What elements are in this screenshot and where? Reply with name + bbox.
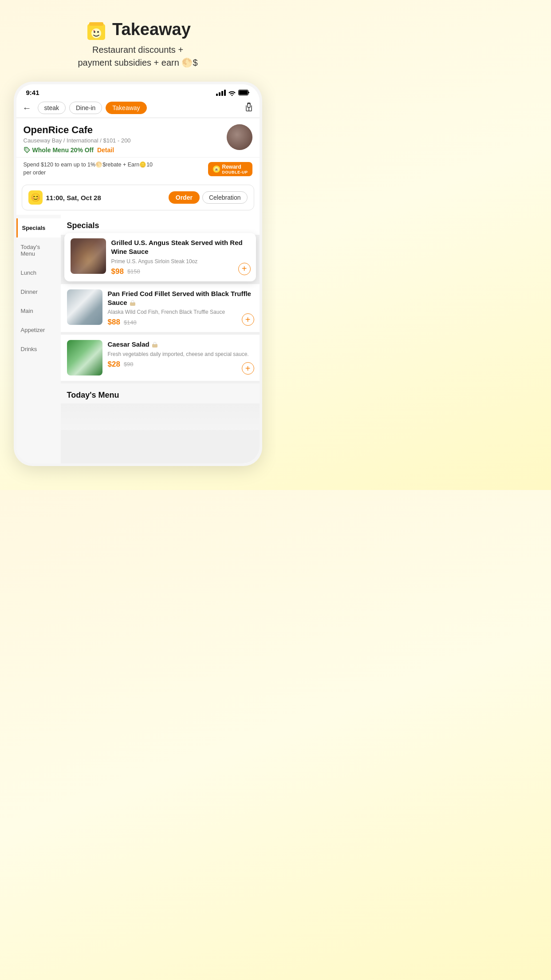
cod-original-price: $148 bbox=[124, 319, 137, 326]
restaurant-name: OpenRice Cafe bbox=[24, 124, 222, 136]
svg-text:R: R bbox=[215, 168, 217, 171]
chef-icon-2 bbox=[151, 341, 158, 348]
tag-icon bbox=[24, 146, 31, 154]
share-button[interactable] bbox=[244, 102, 253, 114]
nav-tabs: ← steak Dine-in Takeaway bbox=[16, 98, 260, 118]
reward-badge: R Reward DOUBLE-UP bbox=[208, 162, 252, 176]
svg-point-2 bbox=[91, 28, 101, 38]
menu-item-steak: Grilled U.S. Angus Steak Served with Red… bbox=[64, 233, 256, 281]
status-icons bbox=[216, 90, 250, 96]
cod-price: $88 bbox=[108, 318, 120, 327]
order-button[interactable]: Order bbox=[169, 191, 200, 204]
order-datetime: 11:00, Sat, Oct 28 bbox=[46, 194, 101, 202]
chef-icon bbox=[129, 300, 136, 307]
reward-sublabel: DOUBLE-UP bbox=[222, 170, 248, 174]
status-bar: 9:41 bbox=[16, 84, 260, 98]
salad-info: Caesar Salad Fresh vegetables daily impo… bbox=[108, 340, 253, 368]
svg-rect-14 bbox=[131, 300, 134, 303]
app-title-row: Takeaway bbox=[85, 18, 191, 41]
phone-frame: 9:41 bbox=[14, 82, 262, 466]
sidebar-item-lunch[interactable]: Lunch bbox=[16, 263, 61, 282]
fade-bottom bbox=[61, 403, 260, 430]
reward-label: Reward bbox=[222, 164, 241, 170]
svg-rect-1 bbox=[89, 22, 103, 26]
sidebar-item-drinks[interactable]: Drinks bbox=[16, 340, 61, 359]
discount-tag: Whole Menu 20% Off bbox=[24, 146, 94, 154]
menu-item-salad: Caesar Salad Fresh vegetables daily impo… bbox=[61, 335, 260, 381]
tab-photo[interactable]: steak bbox=[38, 102, 66, 114]
steak-add-button[interactable]: + bbox=[238, 263, 251, 275]
battery-icon bbox=[238, 90, 250, 95]
svg-rect-16 bbox=[153, 342, 156, 344]
svg-point-9 bbox=[25, 149, 26, 150]
wifi-icon bbox=[228, 90, 236, 96]
cod-prices: $88 $148 bbox=[108, 318, 253, 327]
order-actions: Order Celebration bbox=[169, 191, 248, 204]
todays-menu-header: Today's Menu bbox=[61, 383, 260, 403]
sidebar-item-specials[interactable]: Specials bbox=[16, 218, 61, 237]
steak-name: Grilled U.S. Angus Steak Served with Red… bbox=[111, 238, 250, 257]
sidebar: Specials Today'sMenu Lunch Dinner Main A… bbox=[16, 215, 61, 463]
menu-item-cod: Pan Fried Cod Fillet Served with Black T… bbox=[61, 284, 260, 332]
salad-name: Caesar Salad bbox=[108, 340, 253, 349]
sidebar-item-dinner[interactable]: Dinner bbox=[16, 282, 61, 301]
sidebar-item-todays-menu[interactable]: Today'sMenu bbox=[16, 237, 61, 263]
sidebar-item-appetizer[interactable]: Appetizer bbox=[16, 320, 61, 340]
steak-prices: $98 $158 bbox=[111, 267, 250, 276]
app-header: Takeaway Restaurant discounts +payment s… bbox=[78, 18, 197, 69]
menu-content: Specials Grilled U.S. Angus Steak Served… bbox=[61, 215, 260, 463]
steak-image bbox=[71, 238, 106, 274]
salad-price: $28 bbox=[108, 360, 120, 369]
salad-prices: $28 $98 bbox=[108, 360, 253, 369]
time-info: 😊 11:00, Sat, Oct 28 bbox=[28, 190, 101, 205]
celebration-button[interactable]: Celebration bbox=[202, 191, 248, 204]
tab-takeaway[interactable]: Takeaway bbox=[106, 102, 146, 114]
restaurant-meta: Causeway Bay / International / $101 - 20… bbox=[24, 137, 222, 144]
phone-inner: 9:41 bbox=[16, 84, 260, 463]
app-subtitle: Restaurant discounts +payment subsidies … bbox=[78, 43, 197, 69]
restaurant-photo bbox=[227, 124, 252, 150]
earn-text: Spend $120 to earn up to 1%🌕$rebate + Ea… bbox=[24, 161, 208, 177]
svg-rect-7 bbox=[239, 91, 248, 95]
salad-desc: Fresh vegetables daily imported, cheese … bbox=[108, 351, 253, 358]
cod-name: Pan Fried Cod Fillet Served with Black T… bbox=[108, 289, 253, 308]
tab-dine-in[interactable]: Dine-in bbox=[69, 102, 102, 114]
cod-image bbox=[67, 289, 102, 325]
restaurant-text: OpenRice Cafe Causeway Bay / Internation… bbox=[24, 124, 222, 154]
salad-add-button[interactable]: + bbox=[242, 362, 254, 375]
signal-icon bbox=[216, 90, 226, 96]
status-time: 9:41 bbox=[26, 89, 39, 96]
app-logo-icon bbox=[85, 18, 108, 41]
content-area: Specials Today'sMenu Lunch Dinner Main A… bbox=[16, 215, 260, 463]
cod-add-button[interactable]: + bbox=[242, 313, 254, 326]
specials-header: Specials bbox=[61, 215, 260, 235]
svg-point-4 bbox=[97, 31, 99, 33]
steak-original-price: $158 bbox=[127, 268, 140, 275]
order-time-row: 😊 11:00, Sat, Oct 28 Order Celebration bbox=[22, 185, 254, 210]
svg-point-5 bbox=[94, 30, 95, 32]
steak-price: $98 bbox=[111, 267, 124, 276]
detail-link[interactable]: Detail bbox=[97, 146, 114, 154]
steak-desc: Prime U.S. Angus Sirloin Steak 10oz bbox=[111, 258, 250, 265]
restaurant-info: OpenRice Cafe Causeway Bay / Internation… bbox=[16, 118, 260, 157]
discount-row: Whole Menu 20% Off Detail bbox=[24, 144, 222, 154]
back-button[interactable]: ← bbox=[23, 103, 31, 113]
cod-info: Pan Fried Cod Fillet Served with Black T… bbox=[108, 289, 253, 327]
reward-logo-icon: R bbox=[213, 165, 220, 173]
cod-desc: Alaska Wild Cod Fish, French Black Truff… bbox=[108, 308, 253, 316]
sidebar-item-main[interactable]: Main bbox=[16, 301, 61, 320]
time-logo: 😊 bbox=[28, 190, 43, 205]
salad-image bbox=[67, 340, 102, 375]
salad-original-price: $98 bbox=[124, 361, 134, 368]
earn-row: Spend $120 to earn up to 1%🌕$rebate + Ea… bbox=[16, 157, 260, 180]
svg-point-3 bbox=[94, 31, 95, 33]
app-title: Takeaway bbox=[112, 20, 191, 39]
steak-info: Grilled U.S. Angus Steak Served with Red… bbox=[111, 238, 250, 276]
